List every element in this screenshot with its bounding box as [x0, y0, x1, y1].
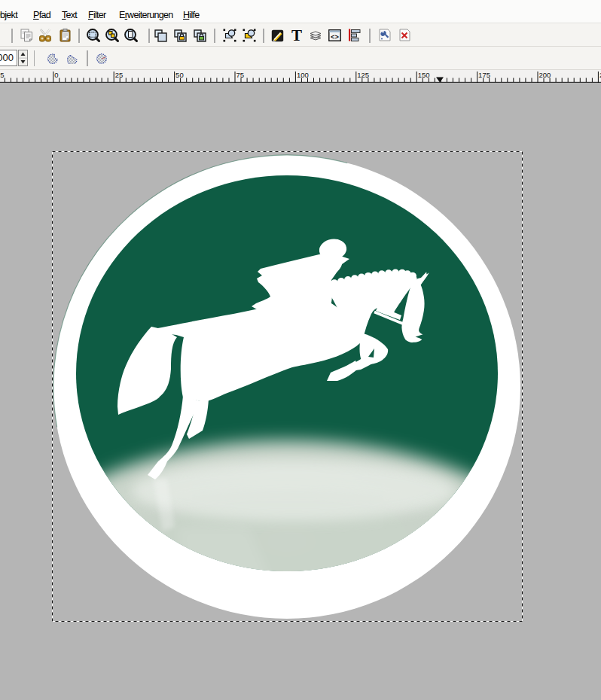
svg-text:175: 175 [478, 71, 490, 79]
svg-text:0: 0 [54, 71, 58, 79]
svg-text:T: T [291, 29, 302, 43]
svg-text:100: 100 [297, 71, 309, 79]
svg-text:25: 25 [115, 71, 124, 79]
svg-text:200: 200 [539, 71, 551, 79]
svg-text:-25: -25 [0, 71, 5, 79]
svg-text:50: 50 [175, 71, 184, 79]
svg-text:125: 125 [357, 71, 369, 79]
svg-text:75: 75 [236, 71, 245, 79]
svg-text:150: 150 [418, 71, 430, 79]
svg-text:<>: <> [331, 34, 339, 41]
